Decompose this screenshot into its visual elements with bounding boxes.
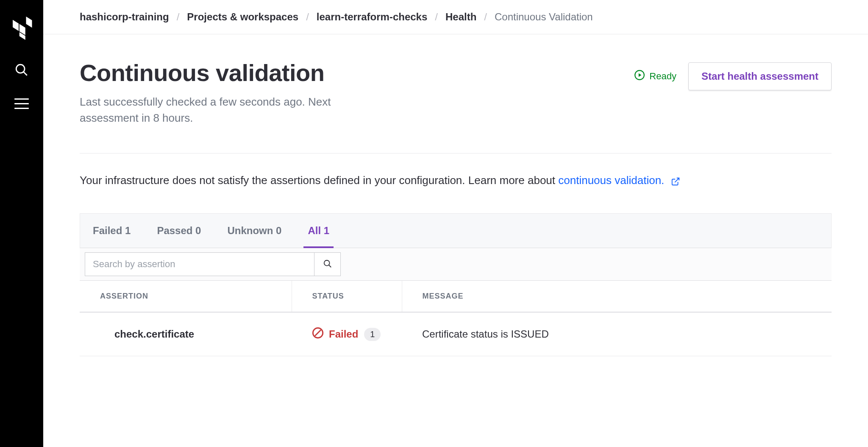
col-message: MESSAGE xyxy=(402,281,832,312)
breadcrumb-projects[interactable]: Projects & workspaces xyxy=(187,11,298,23)
svg-line-10 xyxy=(675,178,679,182)
svg-line-7 xyxy=(23,72,27,75)
main-content: hashicorp-training / Projects & workspac… xyxy=(43,0,868,447)
menu-icon[interactable] xyxy=(14,98,29,109)
info-message: Your infrastructure does not satisfy the… xyxy=(80,172,832,189)
breadcrumb-org[interactable]: hashicorp-training xyxy=(80,11,169,23)
message-cell: Certificate status is ISSUED xyxy=(402,312,832,356)
start-assessment-button[interactable]: Start health assessment xyxy=(688,62,832,90)
svg-line-14 xyxy=(315,330,321,336)
svg-point-6 xyxy=(16,64,25,73)
search-input[interactable] xyxy=(85,253,314,276)
table-row[interactable]: check.certificate Failed 1 xyxy=(80,312,832,356)
sidebar xyxy=(0,0,43,447)
search-icon xyxy=(323,259,332,270)
svg-marker-0 xyxy=(13,20,19,31)
assertion-name: check.certificate xyxy=(80,312,292,356)
tab-unknown[interactable]: Unknown 0 xyxy=(223,214,286,248)
assertions-table: ASSERTION STATUS MESSAGE check.certifica… xyxy=(80,281,832,356)
play-circle-icon xyxy=(634,70,645,83)
breadcrumb: hashicorp-training / Projects & workspac… xyxy=(43,0,868,34)
svg-marker-3 xyxy=(26,17,32,28)
page-subtitle: Last successfully checked a few seconds … xyxy=(80,94,351,126)
count-badge: 1 xyxy=(364,328,381,341)
svg-marker-9 xyxy=(639,73,642,77)
filter-tabs: Failed 1 Passed 0 Unknown 0 All 1 xyxy=(80,213,832,248)
status-badge: Ready xyxy=(634,70,676,83)
search-group xyxy=(85,252,341,276)
breadcrumb-health[interactable]: Health xyxy=(445,11,476,23)
terraform-logo-icon[interactable] xyxy=(10,16,33,42)
tab-passed[interactable]: Passed 0 xyxy=(153,214,205,248)
tab-all[interactable]: All 1 xyxy=(303,214,334,248)
external-link-icon xyxy=(671,177,680,186)
cancel-circle-icon xyxy=(312,327,324,341)
svg-point-11 xyxy=(324,260,329,266)
breadcrumb-workspace[interactable]: learn-terraform-checks xyxy=(317,11,427,23)
continuous-validation-link[interactable]: continuous validation. xyxy=(558,174,664,187)
page-title: Continuous validation xyxy=(80,59,351,87)
status-cell: Failed 1 xyxy=(292,312,402,356)
col-assertion: ASSERTION xyxy=(80,281,292,312)
breadcrumb-current: Continuous Validation xyxy=(495,11,593,23)
search-button[interactable] xyxy=(314,253,340,276)
svg-line-12 xyxy=(328,265,331,268)
tab-failed[interactable]: Failed 1 xyxy=(89,214,135,248)
search-icon[interactable] xyxy=(14,63,29,77)
col-status: STATUS xyxy=(292,281,402,312)
